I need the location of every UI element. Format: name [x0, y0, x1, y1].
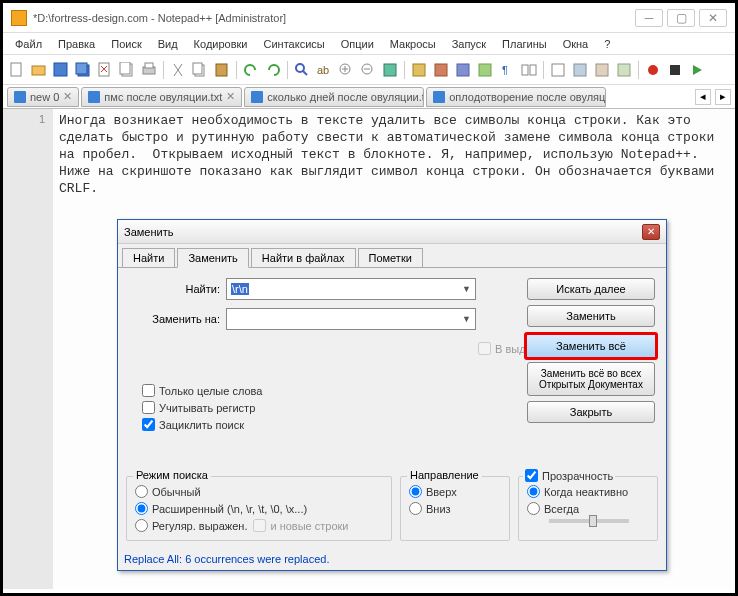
- close-all-icon[interactable]: [117, 60, 137, 80]
- copy-icon[interactable]: [190, 60, 210, 80]
- status-text: Replace All: 6 occurrences were replaced…: [124, 553, 329, 565]
- save-all-icon[interactable]: [73, 60, 93, 80]
- replace-all-open-button[interactable]: Заменить всё во всех Открытых Документах: [527, 362, 655, 396]
- svg-rect-9: [120, 62, 130, 74]
- svg-rect-2: [54, 63, 67, 76]
- replace-label: Заменить на:: [126, 313, 226, 325]
- transparency-slider[interactable]: [549, 519, 629, 523]
- zoom-out-icon[interactable]: [358, 60, 378, 80]
- menu-help[interactable]: ?: [596, 36, 618, 52]
- tool6-icon[interactable]: ¶: [497, 60, 517, 80]
- dlg-tab-find[interactable]: Найти: [122, 248, 175, 267]
- tool11-icon[interactable]: [614, 60, 634, 80]
- find-next-button[interactable]: Искать далее: [527, 278, 655, 300]
- file-icon: [433, 91, 445, 103]
- svg-rect-16: [216, 64, 227, 76]
- dropdown-icon[interactable]: ▼: [462, 284, 471, 294]
- tab-close-icon[interactable]: ✕: [63, 90, 72, 103]
- tool8-icon[interactable]: [548, 60, 568, 80]
- tool7-icon[interactable]: [519, 60, 539, 80]
- menu-edit[interactable]: Правка: [50, 36, 103, 52]
- menu-macros[interactable]: Макросы: [382, 36, 444, 52]
- trans-inactive-radio[interactable]: Когда неактивно: [527, 485, 649, 498]
- play-icon[interactable]: [687, 60, 707, 80]
- dlg-tab-find-in-files[interactable]: Найти в файлах: [251, 248, 356, 267]
- file-tab-3[interactable]: оплодотворение после овуляции.txt✕: [426, 87, 606, 107]
- menu-options[interactable]: Опции: [333, 36, 382, 52]
- line-gutter: 1: [3, 109, 53, 589]
- dir-down-radio[interactable]: Вниз: [409, 502, 501, 515]
- dialog-close-button[interactable]: ✕: [642, 224, 660, 240]
- stop-icon[interactable]: [665, 60, 685, 80]
- newline-checkbox: и новые строки: [253, 519, 348, 532]
- tool2-icon[interactable]: [409, 60, 429, 80]
- cut-icon[interactable]: [168, 60, 188, 80]
- replace-all-button[interactable]: Заменить всё: [524, 332, 658, 360]
- svg-rect-29: [479, 64, 491, 76]
- transparency-group: Прозрачность Когда неактивно Всегда: [518, 476, 658, 541]
- wrap-checkbox[interactable]: Зациклить поиск: [142, 418, 262, 431]
- close-dialog-button[interactable]: Закрыть: [527, 401, 655, 423]
- mode-regex-radio[interactable]: Регуляр. выражен.: [135, 519, 247, 532]
- file-tab-1[interactable]: пмс после овуляции.txt✕: [81, 87, 242, 107]
- find-icon[interactable]: [292, 60, 312, 80]
- dialog-titlebar[interactable]: Заменить ✕: [118, 220, 666, 244]
- undo-icon[interactable]: [241, 60, 261, 80]
- dlg-tab-marks[interactable]: Пометки: [358, 248, 423, 267]
- tool10-icon[interactable]: [592, 60, 612, 80]
- mode-normal-radio[interactable]: Обычный: [135, 485, 383, 498]
- minimize-button[interactable]: ─: [635, 9, 663, 27]
- find-input[interactable]: \r\n▼: [226, 278, 476, 300]
- menu-plugins[interactable]: Плагины: [494, 36, 555, 52]
- dropdown-icon[interactable]: ▼: [462, 314, 471, 324]
- file-tab-0[interactable]: new 0✕: [7, 87, 79, 107]
- tool3-icon[interactable]: [431, 60, 451, 80]
- zoom-in-icon[interactable]: [336, 60, 356, 80]
- match-case-checkbox[interactable]: Учитывать регистр: [142, 401, 262, 414]
- replace-icon[interactable]: ab: [314, 60, 334, 80]
- mode-extended-radio[interactable]: Расширенный (\n, \r, \t, \0, \x...): [135, 502, 383, 515]
- tool9-icon[interactable]: [570, 60, 590, 80]
- menu-search[interactable]: Поиск: [103, 36, 149, 52]
- tool-icon[interactable]: [380, 60, 400, 80]
- transparency-checkbox[interactable]: Прозрачность: [523, 469, 615, 482]
- save-icon[interactable]: [51, 60, 71, 80]
- redo-icon[interactable]: [263, 60, 283, 80]
- menu-file[interactable]: Файл: [7, 36, 50, 52]
- svg-rect-35: [596, 64, 608, 76]
- svg-rect-1: [32, 66, 45, 75]
- svg-text:ab: ab: [317, 64, 329, 76]
- menu-syntax[interactable]: Синтаксисы: [256, 36, 333, 52]
- menu-windows[interactable]: Окна: [555, 36, 597, 52]
- record-icon[interactable]: [643, 60, 663, 80]
- print-icon[interactable]: [139, 60, 159, 80]
- whole-words-checkbox[interactable]: Только целые слова: [142, 384, 262, 397]
- svg-rect-31: [522, 65, 528, 75]
- tool5-icon[interactable]: [475, 60, 495, 80]
- file-tab-2[interactable]: сколько дней после овуляции.txt✕: [244, 87, 424, 107]
- dir-up-radio[interactable]: Вверх: [409, 485, 501, 498]
- close-file-icon[interactable]: [95, 60, 115, 80]
- file-icon: [14, 91, 26, 103]
- paste-icon[interactable]: [212, 60, 232, 80]
- menu-run[interactable]: Запуск: [444, 36, 494, 52]
- tabs-prev-icon[interactable]: ◂: [695, 89, 711, 105]
- trans-always-radio[interactable]: Всегда: [527, 502, 649, 515]
- close-button[interactable]: ✕: [699, 9, 727, 27]
- toolbar: ab ¶: [3, 55, 735, 85]
- tool4-icon[interactable]: [453, 60, 473, 80]
- open-icon[interactable]: [29, 60, 49, 80]
- new-icon[interactable]: [7, 60, 27, 80]
- tabs-next-icon[interactable]: ▸: [715, 89, 731, 105]
- svg-rect-32: [530, 65, 536, 75]
- replace-input[interactable]: ▼: [226, 308, 476, 330]
- maximize-button[interactable]: ▢: [667, 9, 695, 27]
- file-tabs: new 0✕ пмс после овуляции.txt✕ сколько д…: [3, 85, 735, 109]
- menu-encoding[interactable]: Кодировки: [186, 36, 256, 52]
- menu-view[interactable]: Вид: [150, 36, 186, 52]
- replace-button[interactable]: Заменить: [527, 305, 655, 327]
- replace-dialog: Заменить ✕ Найти Заменить Найти в файлах…: [117, 219, 667, 571]
- dlg-tab-replace[interactable]: Заменить: [177, 248, 248, 268]
- group-title: Направление: [407, 469, 482, 481]
- tab-close-icon[interactable]: ✕: [226, 90, 235, 103]
